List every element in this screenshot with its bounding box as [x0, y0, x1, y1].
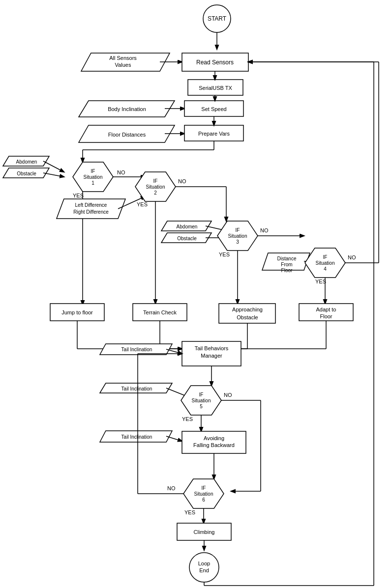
if-sit3-label: IF — [236, 227, 240, 233]
jump-floor-label: Jump to floor — [61, 309, 93, 315]
left-right-diff-node — [57, 199, 125, 219]
flowchart-diagram: START All Sensors Values Read Sensors Se… — [0, 0, 392, 588]
if2-yes-label: YES — [137, 201, 148, 207]
svg-text:Obstacle: Obstacle — [237, 314, 258, 320]
if4-yes-label: YES — [315, 279, 326, 284]
if-sit4-label: IF — [323, 254, 328, 260]
svg-text:Situation: Situation — [228, 233, 247, 239]
prepare-vars-label: Prepare Vars — [198, 131, 230, 137]
if6-no-label: NO — [167, 485, 176, 491]
arrow-tailinc1-bm — [166, 349, 182, 354]
if-sit1-label: IF — [91, 168, 95, 174]
svg-text:2: 2 — [154, 190, 157, 196]
svg-text:1: 1 — [91, 180, 94, 186]
body-incl-label: Body Inclination — [108, 106, 146, 112]
svg-text:Situation: Situation — [84, 174, 103, 180]
svg-text:3: 3 — [236, 239, 239, 245]
left-diff-label: Left Difference — [75, 202, 107, 208]
arrow-tailinc3-avoid — [166, 436, 182, 441]
if3-yes-label: YES — [219, 252, 230, 257]
all-sensors-label: All Sensors — [109, 55, 137, 61]
svg-text:End: End — [199, 567, 209, 573]
approach-obs-label1: Approaching — [232, 307, 263, 312]
svg-text:6: 6 — [202, 497, 205, 503]
if6-yes-label: YES — [184, 509, 195, 515]
if-sit6-label: IF — [202, 485, 206, 491]
svg-text:Values: Values — [115, 62, 131, 68]
if1-yes-label: YES — [73, 193, 84, 198]
if4-no-label: NO — [348, 254, 356, 260]
svg-text:Falling Backward: Falling Backward — [193, 442, 235, 448]
obstacle1-label: Obstacle — [17, 171, 36, 176]
behaviors-mgr-label1: Tail Behaviors — [195, 345, 229, 351]
terrain-check-label: Terrain Check — [143, 309, 177, 315]
obstacle2-label: Obstacle — [177, 236, 197, 241]
svg-text:From: From — [281, 262, 292, 267]
abdomen2-label: Abdomen — [177, 224, 198, 229]
avoid-falling-label1: Avoiding — [204, 435, 224, 441]
svg-text:Floor: Floor — [320, 313, 332, 319]
loop-end-label1: Loop — [198, 560, 210, 566]
abdomen1-label: Abdomen — [16, 159, 37, 165]
start-label: START — [208, 15, 227, 22]
svg-text:Situation: Situation — [316, 260, 335, 266]
tail-inc2-label: Tail Inclination — [121, 386, 152, 392]
tail-inc3-label: Tail Inclination — [121, 434, 152, 440]
if3-no-label: NO — [260, 227, 269, 233]
if1-no-label: NO — [117, 169, 125, 175]
arrow-obs1-if1 — [43, 173, 64, 177]
svg-text:Floor: Floor — [281, 268, 293, 273]
serial-label: SerialUSB TX — [199, 85, 232, 91]
svg-text:4: 4 — [324, 266, 327, 272]
set-speed-label: Set Speed — [201, 106, 226, 112]
svg-text:Situation: Situation — [192, 398, 211, 403]
if5-no-label: NO — [224, 392, 232, 398]
dist-floor-label1: Distance — [277, 256, 297, 261]
svg-text:5: 5 — [200, 404, 203, 409]
tail-inc1-label: Tail Inclination — [121, 347, 152, 352]
svg-text:Situation: Situation — [146, 184, 165, 190]
if5-yes-label: YES — [182, 416, 193, 422]
svg-text:Situation: Situation — [194, 491, 213, 497]
if-sit5-label: IF — [199, 392, 204, 397]
if-sit2-label: IF — [153, 178, 158, 184]
svg-text:Right Difference: Right Difference — [73, 209, 109, 215]
if2-no-label: NO — [178, 178, 186, 184]
svg-text:Manager: Manager — [201, 353, 222, 359]
adapt-floor-label1: Adapt to — [316, 307, 336, 312]
climbing-label: Climbing — [194, 529, 215, 535]
floor-dist-label: Floor Distances — [108, 132, 146, 138]
read-sensors-label: Read Sensors — [196, 59, 234, 66]
